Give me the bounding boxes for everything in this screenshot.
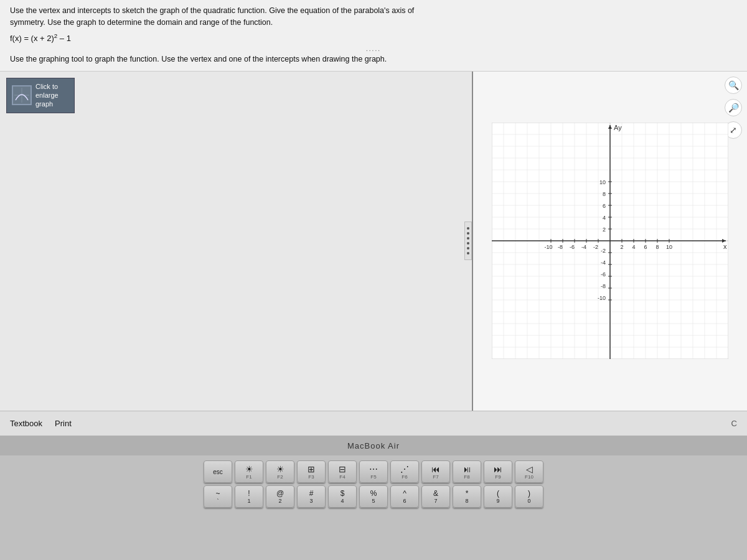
key-esc[interactable]: esc — [204, 460, 232, 483]
zoom-in-button[interactable]: 🔍 — [725, 77, 742, 94]
svg-text:6: 6 — [603, 203, 606, 209]
function-label: f(x) = (x + 2)2 – 1 — [10, 32, 737, 43]
key-f1[interactable]: ☀ F1 — [235, 460, 263, 483]
instruction-line1: Use the vertex and intercepts to sketch … — [10, 6, 414, 15]
enlarge-graph-button[interactable]: Click to enlarge graph — [6, 78, 75, 113]
svg-text:4: 4 — [632, 244, 635, 250]
graphing-instruction: Use the graphing tool to graph the funct… — [10, 55, 737, 63]
key-0[interactable]: ) 0 — [515, 485, 543, 508]
key-9[interactable]: ( 9 — [484, 485, 512, 508]
svg-text:-2: -2 — [593, 244, 598, 250]
left-panel: Click to enlarge graph — [0, 72, 473, 411]
svg-text:2: 2 — [603, 226, 606, 233]
key-6[interactable]: ^ 6 — [390, 485, 419, 508]
key-8[interactable]: * 8 — [453, 485, 481, 508]
dot-6 — [467, 252, 469, 254]
vertical-dots-bar[interactable] — [464, 222, 472, 260]
svg-text:8: 8 — [603, 191, 606, 197]
screen: Use the vertex and intercepts to sketch … — [0, 0, 747, 436]
svg-text:10: 10 — [599, 179, 606, 185]
svg-text:-4: -4 — [581, 244, 586, 250]
svg-text:-8: -8 — [601, 283, 606, 289]
key-7[interactable]: & 7 — [421, 485, 450, 508]
coordinate-graph[interactable]: x Ay -2 -4 -6 -8 -10 2 4 6 8 10 — [492, 123, 728, 359]
key-f7[interactable]: ⏮ F7 — [421, 460, 450, 483]
svg-text:6: 6 — [644, 244, 647, 250]
svg-text:-10: -10 — [544, 244, 552, 250]
dot-3 — [467, 237, 469, 240]
key-f4[interactable]: ⊟ F4 — [328, 460, 357, 483]
bottom-bar: Textbook Print C — [0, 411, 747, 436]
page-indicator: C — [731, 419, 737, 428]
svg-text:2: 2 — [620, 244, 623, 250]
textbook-link[interactable]: Textbook — [10, 419, 42, 428]
svg-text:x: x — [723, 243, 727, 250]
key-3[interactable]: # 3 — [297, 485, 326, 508]
enlarge-label: Click to enlarge graph — [35, 82, 69, 109]
instruction-line2: symmetry. Use the graph to determine the… — [10, 18, 273, 27]
key-f9[interactable]: ⏭ F9 — [484, 460, 512, 483]
svg-text:-6: -6 — [570, 244, 575, 250]
key-tilde[interactable]: ~ ` — [204, 485, 232, 508]
key-4[interactable]: $ 4 — [328, 485, 357, 508]
svg-text:8: 8 — [655, 244, 659, 250]
svg-text:-6: -6 — [601, 271, 606, 278]
svg-text:-10: -10 — [598, 295, 606, 301]
svg-text:4: 4 — [603, 215, 606, 221]
keyboard: esc ☀ F1 ☀ F2 ⊞ F3 ⊟ F4 ⋯ F5 ⋰ F6 ⏮ F7 — [0, 455, 747, 560]
svg-text:10: 10 — [666, 244, 672, 250]
problem-area: Use the vertex and intercepts to sketch … — [0, 0, 747, 72]
key-f10[interactable]: ◁ F10 — [515, 460, 543, 483]
macbook-label: MacBook Air — [0, 436, 747, 455]
dot-5 — [467, 247, 469, 250]
dots-separator: ..... — [10, 45, 737, 52]
key-f5[interactable]: ⋯ F5 — [359, 460, 388, 483]
key-5[interactable]: % 5 — [359, 485, 388, 508]
zoom-out-button[interactable]: 🔎 — [725, 99, 742, 116]
key-1[interactable]: ! 1 — [235, 485, 263, 508]
svg-text:Ay: Ay — [614, 124, 622, 131]
svg-text:-8: -8 — [558, 244, 563, 250]
keyboard-row-fn: esc ☀ F1 ☀ F2 ⊞ F3 ⊟ F4 ⋯ F5 ⋰ F6 ⏮ F7 — [204, 460, 543, 483]
svg-text:-2: -2 — [601, 248, 606, 254]
key-f8[interactable]: ⏯ F8 — [453, 460, 481, 483]
graph-thumbnail-icon — [12, 85, 32, 105]
key-2[interactable]: @ 2 — [266, 485, 294, 508]
right-panel: 🔍 🔎 ⤢ — [473, 72, 747, 411]
print-link[interactable]: Print — [55, 419, 72, 428]
graph-container[interactable]: x Ay -2 -4 -6 -8 -10 2 4 6 8 10 — [492, 123, 728, 359]
keyboard-row-numbers: ~ ` ! 1 @ 2 # 3 $ 4 % 5 ^ 6 & 7 — [204, 485, 543, 508]
problem-instruction: Use the vertex and intercepts to sketch … — [10, 5, 477, 29]
dot-1 — [467, 227, 469, 230]
key-f2[interactable]: ☀ F2 — [266, 460, 294, 483]
dot-2 — [467, 232, 469, 235]
content-area: Click to enlarge graph 🔍 🔎 ⤢ — [0, 72, 747, 411]
key-f6[interactable]: ⋰ F6 — [390, 460, 419, 483]
dot-4 — [467, 242, 469, 245]
key-f3[interactable]: ⊞ F3 — [297, 460, 326, 483]
svg-text:-4: -4 — [601, 259, 606, 266]
